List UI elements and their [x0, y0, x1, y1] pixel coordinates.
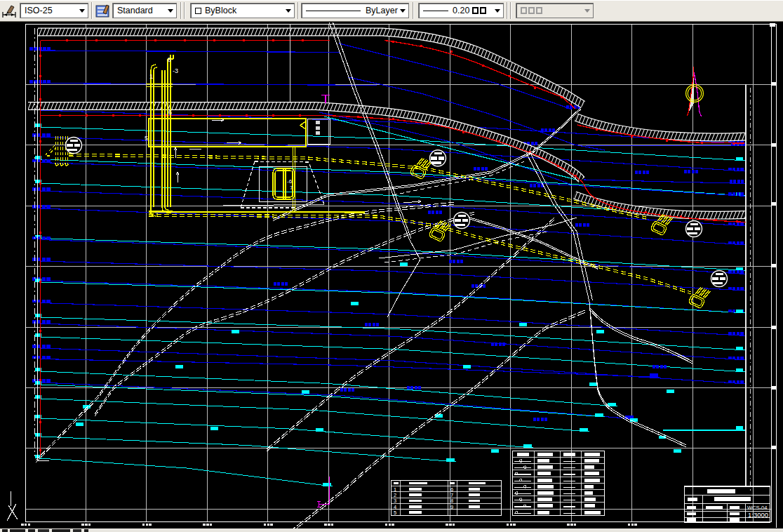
svg-text:9: 9	[450, 504, 453, 510]
svg-text:5: 5	[394, 510, 396, 516]
svg-text:1: 1	[149, 73, 153, 80]
svg-text:8: 8	[168, 56, 171, 63]
svg-text:5: 5	[145, 135, 148, 142]
svg-text:6: 6	[168, 109, 172, 116]
svg-text:1:3000: 1:3000	[748, 511, 768, 519]
svg-text:7: 7	[290, 185, 293, 191]
svg-text:-6: -6	[287, 178, 293, 185]
svg-text:-3: -3	[173, 67, 178, 74]
